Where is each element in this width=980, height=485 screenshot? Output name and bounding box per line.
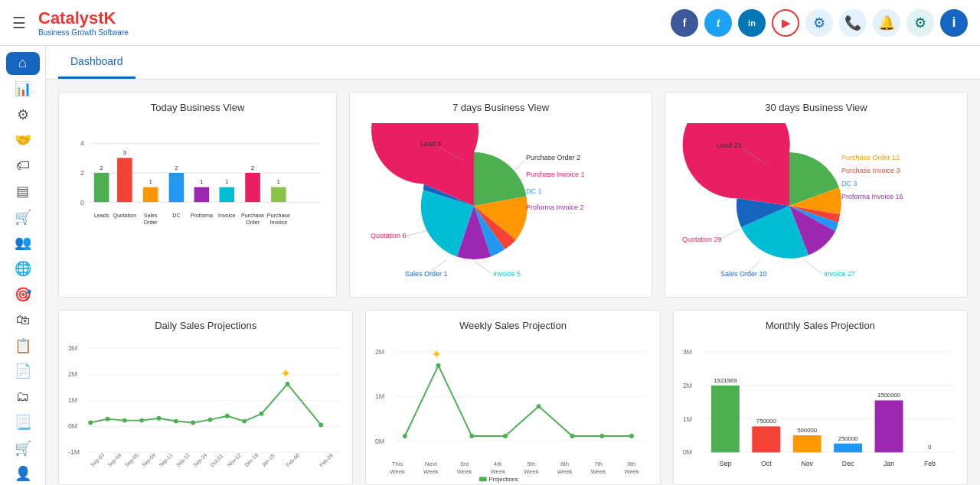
notification-icon[interactable]: 🔔 (873, 9, 900, 37)
svg-rect-9 (117, 158, 132, 202)
today-bar-chart: 4 2 0 2 Leads 3 (68, 119, 327, 288)
sidebar-item-people[interactable]: 🤝 (6, 129, 40, 152)
svg-text:Jan-15: Jan-15 (260, 453, 276, 468)
thirty-day-chart-title: 30 days Business View (675, 102, 958, 113)
svg-text:1: 1 (149, 178, 152, 185)
svg-text:Proforma: Proforma (191, 213, 213, 219)
tab-dashboard[interactable]: Dashboard (58, 46, 136, 79)
svg-text:250000: 250000 (838, 435, 858, 442)
sidebar-item-purchase[interactable]: 🛒 (6, 437, 40, 460)
brand-tagline: Business Growth Software (38, 28, 129, 37)
svg-text:Quotation 29: Quotation 29 (682, 236, 722, 243)
facebook-icon[interactable]: f (671, 9, 698, 37)
daily-line-chart: 3M 2M 1M 0M -1M (68, 337, 343, 475)
sidebar: ⌂ 📊 ⚙ 🤝 🏷 ▤ 🛒 👥 🌐 🎯 🛍 📋 📄 🗂 📃 🛒 👤 (0, 46, 46, 485)
sidebar-item-analytics[interactable]: 📊 (6, 78, 40, 101)
sidebar-item-document[interactable]: 📄 (6, 360, 40, 382)
svg-rect-143 (792, 435, 821, 452)
gear-icon[interactable]: ⚙ (906, 9, 934, 37)
svg-point-72 (139, 418, 144, 423)
youtube-icon[interactable]: ▶ (772, 9, 799, 37)
svg-text:Oct: Oct (761, 460, 772, 467)
svg-text:0M: 0M (375, 438, 384, 445)
linkedin-icon[interactable]: in (738, 9, 766, 37)
weekly-chart-svg: 2M 1M 0M (375, 337, 650, 483)
svg-text:Dec: Dec (841, 460, 854, 467)
svg-text:6th: 6th (561, 461, 570, 467)
weekly-projection-card: Weekly Sales Projection 2M 1M 0M (365, 310, 660, 485)
svg-point-105 (503, 434, 508, 438)
svg-text:Quotation: Quotation (113, 213, 136, 219)
svg-text:2: 2 (175, 164, 178, 171)
sidebar-item-invoice[interactable]: 📃 (6, 411, 40, 434)
svg-text:Feb-26: Feb-26 (318, 452, 334, 467)
svg-rect-149 (874, 400, 903, 452)
sidebar-item-list[interactable]: ▤ (6, 181, 40, 203)
thirty-day-business-view-card: 30 days Business View (665, 92, 968, 298)
sidebar-item-cart[interactable]: 🛒 (6, 206, 40, 229)
sidebar-item-globe[interactable]: 🌐 (6, 257, 40, 280)
svg-point-77 (225, 414, 230, 418)
svg-rect-140 (752, 426, 780, 452)
hamburger-menu[interactable]: ☰ (12, 14, 26, 32)
sidebar-item-report[interactable]: 📋 (6, 334, 40, 357)
svg-line-46 (405, 230, 428, 236)
svg-text:0: 0 (80, 199, 84, 207)
svg-text:Week: Week (390, 468, 406, 475)
seven-day-chart-title: 7 days Business View (359, 102, 642, 113)
sidebar-item-operations[interactable]: ⚙ (6, 103, 40, 126)
sidebar-item-users[interactable]: 👥 (6, 232, 40, 255)
svg-text:1M: 1M (683, 415, 692, 423)
sidebar-item-shopping[interactable]: 🛍 (6, 308, 40, 331)
svg-point-108 (600, 434, 605, 438)
svg-text:Week: Week (491, 468, 506, 475)
weekly-line-chart: 2M 1M 0M (375, 337, 650, 475)
svg-text:DC 1: DC 1 (526, 187, 542, 195)
svg-text:0M: 0M (683, 448, 692, 456)
sidebar-item-files[interactable]: 🗂 (6, 386, 40, 409)
svg-text:Feb-06: Feb-06 (285, 452, 300, 467)
svg-text:3rd: 3rd (460, 461, 469, 467)
svg-point-104 (470, 434, 475, 438)
svg-text:1: 1 (277, 178, 281, 185)
twitter-icon[interactable]: t (704, 9, 732, 37)
dashboard: Today Business View 4 2 0 2 (46, 80, 980, 485)
phone-icon[interactable]: 📞 (839, 9, 867, 37)
svg-point-103 (436, 363, 441, 368)
monthly-bar-chart: 3M 2M 1M 0M 1921989 Sep (683, 337, 958, 475)
svg-text:2M: 2M (68, 370, 77, 378)
sidebar-item-target[interactable]: 🎯 (6, 283, 40, 306)
today-business-view-card: Today Business View 4 2 0 2 (58, 92, 337, 298)
svg-text:Leads: Leads (94, 213, 109, 219)
svg-text:750000: 750000 (756, 418, 776, 425)
today-chart-title: Today Business View (68, 102, 327, 113)
monthly-projection-title: Monthly Sales Projection (683, 320, 958, 331)
seven-day-chart-svg: Lead 5 Purchase Order 2 Purchase Invoice… (359, 123, 642, 284)
svg-point-107 (570, 434, 575, 438)
logo: CatalystK Business Growth Software (38, 8, 129, 37)
svg-rect-25 (245, 173, 260, 202)
main-content: Dashboard Today Business View 4 2 0 (46, 46, 980, 485)
svg-text:1921989: 1921989 (714, 377, 737, 384)
svg-text:DC 3: DC 3 (841, 180, 858, 187)
svg-text:Sales Order 10: Sales Order 10 (720, 270, 767, 278)
svg-text:Invoice: Invoice (270, 220, 288, 226)
svg-text:Lead 5: Lead 5 (420, 140, 442, 148)
svg-text:Invoice: Invoice (218, 213, 236, 219)
svg-text:3M: 3M (68, 344, 77, 352)
sidebar-item-profile[interactable]: 👤 (6, 463, 40, 486)
svg-text:2M: 2M (683, 382, 692, 389)
header: ☰ CatalystK Business Growth Software f t… (0, 0, 980, 46)
svg-text:4th: 4th (494, 461, 502, 467)
svg-text:Week: Week (625, 468, 640, 475)
svg-text:Invoice 27: Invoice 27 (824, 270, 855, 278)
business-view-row: Today Business View 4 2 0 2 (58, 92, 968, 298)
daily-projection-card: Daily Sales Projections 3M 2M 1M 0M -1M (58, 310, 353, 485)
info-icon[interactable]: i (940, 9, 968, 37)
settings-icon[interactable]: ⚙ (805, 9, 833, 37)
svg-text:Week: Week (557, 468, 573, 475)
svg-text:Lead 23: Lead 23 (717, 142, 742, 149)
sidebar-item-home[interactable]: ⌂ (6, 52, 40, 75)
svg-text:1500000: 1500000 (877, 392, 900, 399)
sidebar-item-tags[interactable]: 🏷 (6, 155, 40, 177)
